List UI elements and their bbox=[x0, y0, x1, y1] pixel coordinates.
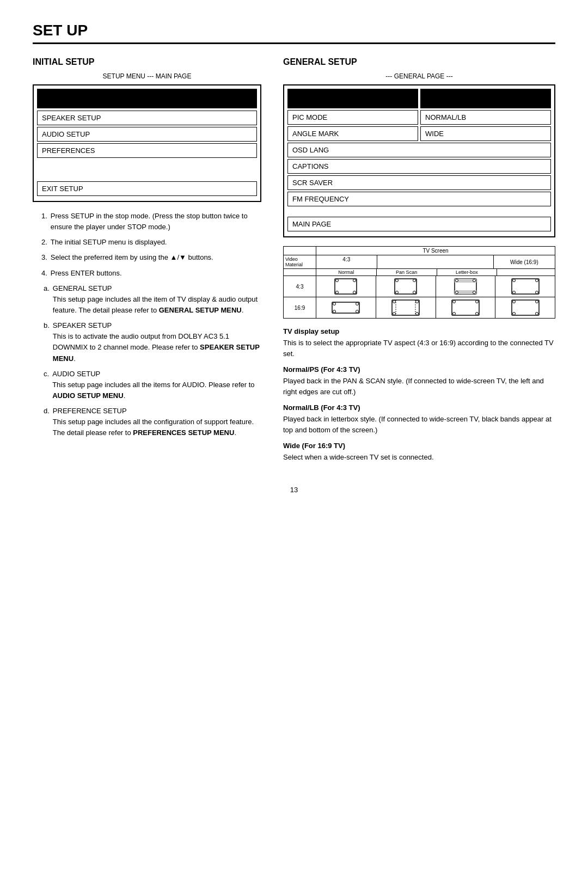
svg-point-20 bbox=[512, 291, 515, 294]
sub-b-content: SPEAKER SETUP This is to activate the au… bbox=[53, 320, 261, 364]
svg-point-33 bbox=[416, 313, 419, 315]
sub-d-title: PREFERENCE SETUP bbox=[53, 407, 127, 415]
menu-item-osd-lang[interactable]: OSD LANG bbox=[287, 143, 551, 157]
general-setup-subtitle: --- GENERAL PAGE --- bbox=[283, 72, 555, 80]
instruction-4: 4. Press ENTER buttons. bbox=[41, 268, 261, 279]
general-setup-menu: PIC MODE NORMAL/LB ANGLE MARK WIDE OSD L… bbox=[283, 84, 555, 237]
menu-item-pic-mode[interactable]: PIC MODE bbox=[287, 110, 418, 125]
descriptions-section: TV display setup This is to select the a… bbox=[283, 327, 555, 463]
instruction-4-num: 4. bbox=[41, 268, 47, 279]
desc-normal-lb-title: Normal/LB (For 4:3 TV) bbox=[283, 403, 555, 412]
initial-setup-section: INITIAL SETUP SETUP MENU --- MAIN PAGE S… bbox=[33, 57, 261, 443]
tv-row-43: 4:3 bbox=[284, 276, 555, 297]
menu-item-exit-setup[interactable]: EXIT SETUP bbox=[37, 181, 257, 196]
svg-point-30 bbox=[393, 301, 396, 303]
sub-d-content: PREFERENCE SETUP This setup page include… bbox=[53, 406, 261, 438]
tv-cell-letterbox-169 bbox=[436, 297, 496, 318]
tv-icon-wide-43 bbox=[511, 278, 540, 295]
sub-b-title: SPEAKER SETUP bbox=[53, 321, 112, 329]
tv-row-43-label: 4:3 bbox=[284, 276, 316, 297]
general-row-4: CAPTIONS bbox=[287, 159, 551, 174]
general-highlight-row bbox=[287, 89, 551, 108]
menu-item-captions[interactable]: CAPTIONS bbox=[287, 159, 551, 174]
sub-c-body: This setup page includes all the items f… bbox=[52, 381, 254, 389]
svg-point-25 bbox=[333, 310, 336, 313]
svg-point-15 bbox=[455, 291, 458, 294]
tv-cell-normal-169 bbox=[316, 297, 376, 318]
menu-spacer bbox=[37, 160, 257, 170]
tv-cell-letterbox-43 bbox=[436, 276, 496, 297]
general-setup-title: GENERAL SETUP bbox=[283, 57, 555, 67]
menu-item-main-page[interactable]: MAIN PAGE bbox=[287, 217, 551, 231]
tv-pan-scan-label: Pan Scan bbox=[377, 269, 437, 276]
general-row-6: FM FREQUENCY bbox=[287, 192, 551, 206]
sub-instruction-b: b. SPEAKER SETUP This is to activate the… bbox=[44, 320, 261, 364]
svg-point-2 bbox=[353, 279, 356, 282]
svg-point-43 bbox=[535, 313, 538, 315]
sub-a-bold: GENERAL SETUP MENU bbox=[159, 306, 242, 314]
tv-43-group: 4:3 bbox=[316, 255, 494, 268]
general-row-1: PIC MODE NORMAL/LB bbox=[287, 110, 551, 125]
svg-point-26 bbox=[356, 310, 359, 313]
svg-point-3 bbox=[336, 291, 339, 294]
menu-item-normal-lb[interactable]: NORMAL/LB bbox=[420, 110, 551, 125]
menu-item-scr-saver[interactable]: SCR SAVER bbox=[287, 175, 551, 190]
tv-sub-header: Video Material 4:3 Wide (16:9) bbox=[284, 255, 555, 269]
menu-item-fm-frequency[interactable]: FM FREQUENCY bbox=[287, 192, 551, 206]
sub-c-bold: AUDIO SETUP MENU bbox=[52, 391, 124, 400]
tv-cell-normal-43 bbox=[316, 276, 376, 297]
svg-point-4 bbox=[353, 291, 356, 294]
general-highlight-2 bbox=[420, 89, 551, 108]
tv-screen-diagram: TV Screen Video Material 4:3 Wide (16:9)… bbox=[283, 246, 555, 319]
instruction-2-text: The initial SETUP menu is displayed. bbox=[51, 237, 167, 248]
menu-item-angle-mark[interactable]: ANGLE MARK bbox=[287, 126, 418, 141]
svg-point-21 bbox=[535, 291, 538, 294]
tv-col-43-spacer bbox=[377, 255, 436, 268]
svg-point-8 bbox=[396, 291, 399, 294]
svg-point-18 bbox=[512, 279, 515, 282]
svg-rect-34 bbox=[452, 300, 479, 315]
svg-point-16 bbox=[473, 291, 475, 294]
tv-icon-normal-43 bbox=[334, 278, 357, 295]
sub-instruction-a: a. GENERAL SETUP This setup page include… bbox=[44, 283, 261, 316]
menu-item-wide[interactable]: WIDE bbox=[420, 126, 551, 141]
svg-point-6 bbox=[396, 279, 399, 282]
tv-icon-letterbox-43 bbox=[454, 278, 477, 295]
sub-d-period: . bbox=[234, 429, 236, 437]
menu-item-preferences[interactable]: PREFERENCES bbox=[37, 143, 257, 158]
instruction-1-text: Press SETUP in the stop mode. (Press the… bbox=[51, 211, 261, 233]
sub-a-letter: a. bbox=[44, 283, 50, 316]
tv-video-material-label: Video Material bbox=[284, 255, 316, 268]
svg-rect-17 bbox=[512, 279, 539, 294]
tv-cell-wide-169 bbox=[495, 297, 555, 318]
initial-setup-menu: SPEAKER SETUP AUDIO SETUP PREFERENCES EX… bbox=[33, 84, 261, 202]
initial-setup-title: INITIAL SETUP bbox=[33, 57, 261, 67]
tv-icon-letterbox-169 bbox=[451, 299, 480, 316]
sub-c-title: AUDIO SETUP bbox=[52, 370, 100, 378]
tv-col-labels: Normal Pan Scan Letter-box bbox=[284, 269, 555, 276]
menu-item-audio-setup[interactable]: AUDIO SETUP bbox=[37, 127, 257, 142]
menu-spacer2 bbox=[37, 170, 257, 181]
menu-highlight-bar bbox=[37, 89, 257, 108]
sub-instruction-c: c. AUDIO SETUP This setup page includes … bbox=[44, 369, 261, 401]
tv-col-43-spacer2 bbox=[435, 255, 493, 268]
tv-cell-panscan-43 bbox=[376, 276, 436, 297]
menu-item-speaker-setup[interactable]: SPEAKER SETUP bbox=[37, 111, 257, 125]
tv-col-43-label: 4:3 bbox=[316, 255, 377, 268]
svg-point-41 bbox=[535, 301, 538, 303]
tv-icon-normal-169 bbox=[332, 299, 360, 316]
instruction-1: 1. Press SETUP in the stop mode. (Press … bbox=[41, 211, 261, 233]
svg-point-24 bbox=[356, 303, 359, 305]
tv-corner-empty bbox=[284, 247, 316, 255]
tv-normal-label: Normal bbox=[316, 269, 377, 276]
tv-row-label-spacer bbox=[284, 269, 316, 276]
tv-icon-panscan-169 bbox=[391, 299, 420, 316]
general-spacer bbox=[287, 208, 551, 217]
sub-c-letter: c. bbox=[44, 369, 49, 401]
svg-point-14 bbox=[473, 279, 475, 282]
sub-instruction-d: d. PREFERENCE SETUP This setup page incl… bbox=[44, 406, 261, 438]
svg-point-19 bbox=[535, 279, 538, 282]
svg-point-1 bbox=[336, 279, 339, 282]
tv-row-169-label: 16:9 bbox=[284, 297, 316, 318]
svg-point-9 bbox=[413, 291, 416, 294]
